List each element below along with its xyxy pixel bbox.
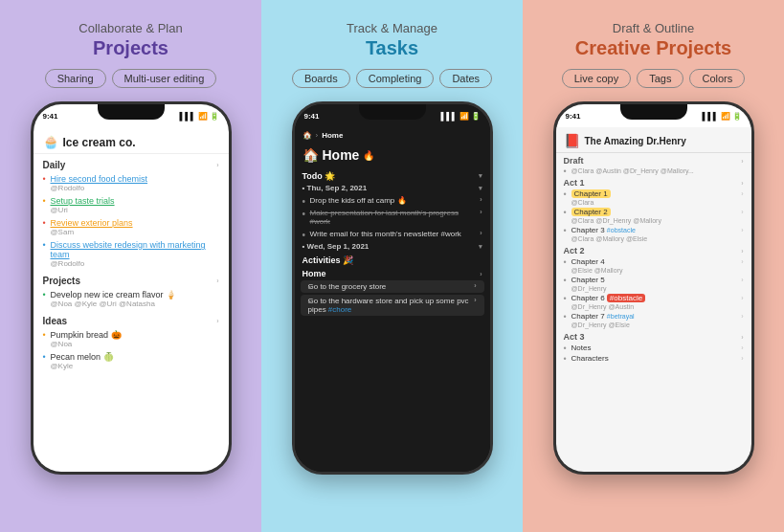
- panel-track: Track & Manage Tasks Boards Completing D…: [261, 0, 523, 532]
- phone1-status-icons: ▌▌▌ 📶 🔋: [179, 112, 218, 121]
- phone3: 9:41 ▌▌▌ 📶 🔋 📕 The Amazing Dr.Henry Draf…: [553, 101, 754, 475]
- phone2-screen: 🏠 › Home 🏠 Home 🔥 Todo 🌟 ▾ • Thu, Sep 2,…: [295, 127, 490, 472]
- p3-chapter6: Chapter 6 #obstacle ›: [556, 293, 751, 303]
- task4-name: Discuss website redesign with marketing …: [51, 240, 206, 259]
- panel3-tagline: Draft & Outline: [613, 21, 694, 35]
- badge-livecopy: Live copy: [562, 69, 631, 88]
- nav-current: Home: [322, 131, 343, 140]
- act2-chevron: ›: [741, 248, 743, 255]
- todo-chevron: ▾: [479, 172, 482, 180]
- date1-chevron: ▾: [479, 185, 482, 192]
- ch3-chevron: ›: [741, 227, 743, 233]
- ch1-users: @Clara: [556, 199, 751, 206]
- p1-task-3: Review exterior plans @Sam: [34, 216, 229, 238]
- phone3-title: The Amazing Dr.Henry: [585, 136, 686, 146]
- task6-name: Pumpkin bread 🎃: [51, 330, 122, 340]
- chevron-icon-2: ›: [216, 277, 218, 284]
- p2-section-todo: Todo 🌟 ▾: [295, 168, 490, 182]
- activities-label: Activities 🎉: [302, 255, 354, 265]
- task6-user: @Noa: [51, 340, 219, 348]
- p2-simple1-text: Go to the grocery store: [308, 282, 387, 291]
- ch6-users: @Dr_Henry @Austin: [556, 303, 751, 310]
- panel-draft: Draft & Outline Creative Projects Live c…: [523, 0, 784, 532]
- panel2-badges: Boards Completing Dates: [292, 69, 492, 88]
- p3-characters: Characters ›: [556, 353, 751, 364]
- p2-date-2: • Wed, Sep 1, 2021 ▾: [295, 240, 490, 253]
- badge-tags: Tags: [637, 69, 683, 88]
- p2-simple2-chevron: ›: [474, 297, 476, 303]
- task2-user: @Uri: [51, 206, 219, 214]
- p3-section-draft: Draft ›: [556, 153, 751, 166]
- battery-icon: 🔋: [210, 112, 219, 121]
- phone3-screen: 📕 The Amazing Dr.Henry Draft › @Clara @A…: [556, 127, 751, 472]
- battery-icon-3: 🔋: [732, 112, 742, 121]
- phone2-header: 🏠 Home 🔥: [295, 144, 490, 168]
- p2-task2-text: Make presentation for last month's progr…: [310, 209, 481, 226]
- phone2-status-icons: ▌▌▌ 📶 🔋: [440, 112, 480, 121]
- ch5-chevron: ›: [741, 277, 743, 283]
- task5-user: @Noa @Kyle @Uri @Natasha: [51, 299, 219, 308]
- task7-name: Pecan melon 🍈: [51, 352, 114, 362]
- p2-section-home: Home ›: [295, 266, 490, 279]
- p3-chapter5: Chapter 5 ›: [556, 275, 751, 285]
- panel3-title: Creative Projects: [575, 37, 731, 59]
- act1-chevron: ›: [741, 180, 743, 187]
- p3-section-act1: Act 1 ›: [556, 175, 751, 188]
- battery-icon-2: 🔋: [471, 112, 481, 121]
- ch2-text: Chapter 2: [571, 208, 611, 216]
- task1-name: Hire second food chemist: [51, 174, 148, 184]
- badge-completing: Completing: [356, 69, 435, 88]
- draft-label: Draft: [564, 156, 584, 166]
- daily-label: Daily: [43, 160, 66, 170]
- ch1-highlight: Chapter 1: [571, 189, 611, 198]
- panel1-badges: Sharing Multi-user editing: [45, 69, 217, 88]
- chevron-icon-3: ›: [216, 318, 218, 324]
- phone1: 9:41 ▌▌▌ 📶 🔋 🧁 Ice cream co. Daily › Hir…: [31, 101, 232, 475]
- chevron-icon: ›: [216, 162, 218, 168]
- phone1-header-title: Ice cream co.: [63, 136, 136, 149]
- phone2: 9:41 ▌▌▌ 📶 🔋 🏠 › Home 🏠 Home 🔥 Todo 🌟 ▾: [292, 101, 493, 475]
- p2-task2-chevron: ›: [480, 209, 482, 215]
- ch4-users: @Elsie @Mallory: [556, 267, 751, 274]
- phone1-header: 🧁 Ice cream co.: [34, 127, 229, 154]
- wifi-icon-3: 📶: [721, 112, 730, 121]
- p2-simple1-chevron: ›: [474, 282, 476, 289]
- header-chevron: 🔥: [363, 150, 374, 161]
- p2-task-2: Make presentation for last month's progr…: [295, 207, 490, 228]
- badge-colors: Colors: [689, 69, 745, 88]
- panel2-tagline: Track & Manage: [347, 21, 437, 35]
- p3-draft-users: @Clara @Austin @Dr_Henry @Mallory...: [556, 166, 751, 175]
- ch7-users: @Dr_Henry @Elsie: [556, 321, 751, 328]
- nav-home-icon: 🏠: [302, 131, 312, 140]
- ch1-chevron: ›: [741, 190, 743, 197]
- ch7-tag: #betrayal: [607, 313, 635, 320]
- book-icon: 📕: [564, 133, 580, 148]
- p1-task-5: Develop new ice cream flavor 🍦 @Noa @Kyl…: [34, 288, 229, 310]
- phone2-header-title: Home: [323, 147, 360, 163]
- ch4-chevron: ›: [741, 258, 743, 265]
- p1-task-7: Pecan melon 🍈 @Kyle: [34, 350, 229, 372]
- projects-label: Projects: [43, 276, 80, 286]
- p3-notes: Notes ›: [556, 343, 751, 353]
- p3-section-act2: Act 2 ›: [556, 243, 751, 256]
- p2-task3-text: Write email for this month's newsletter …: [310, 230, 461, 238]
- home-section-label: Home: [302, 269, 326, 278]
- signal-icon-2: ▌▌▌: [440, 112, 457, 121]
- ch5-users: @Dr_Henry: [556, 285, 751, 292]
- draft-chevron: ›: [741, 158, 743, 165]
- characters-chevron: ›: [741, 355, 743, 362]
- p1-task-2: Setup taste trials @Uri: [34, 194, 229, 216]
- act3-label: Act 3: [564, 332, 585, 342]
- p2-task-simple-1: Go to the grocery store ›: [301, 280, 484, 293]
- panel1-tagline: Collaborate & Plan: [78, 21, 182, 35]
- ch3-tag: #obstacle: [607, 227, 636, 233]
- phone2-nav: 🏠 › Home: [295, 127, 490, 144]
- ch2-highlight: Chapter 2: [571, 208, 611, 216]
- p2-task1-text: Drop the kids off at camp 🔥: [310, 196, 407, 205]
- phone1-screen: 🧁 Ice cream co. Daily › Hire second food…: [34, 127, 229, 472]
- phone1-notch: [98, 104, 165, 120]
- phone3-status-icons: ▌▌▌ 📶 🔋: [702, 112, 741, 121]
- p3-chapter1: Chapter 1 ›: [556, 188, 751, 199]
- ch6-text: Chapter 6 #obstacle: [571, 294, 646, 302]
- home-chevron: ›: [480, 271, 482, 277]
